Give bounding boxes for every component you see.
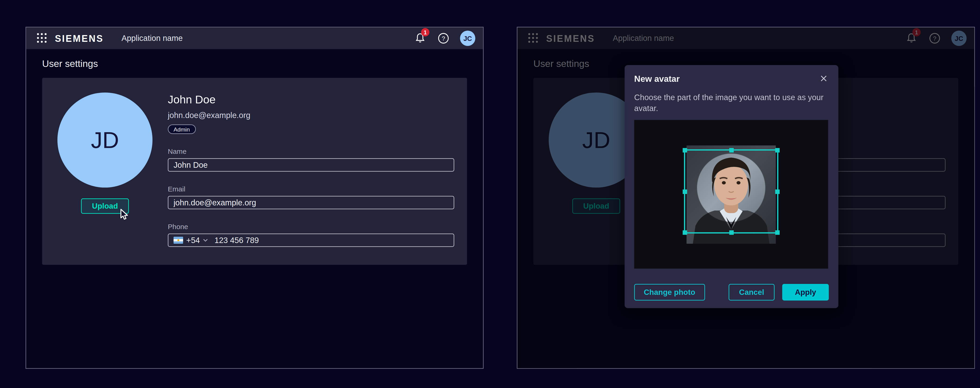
email-label: Email [168, 185, 454, 192]
user-avatar-small[interactable]: JC [460, 31, 476, 46]
resize-handle-bottom-right[interactable] [775, 230, 780, 235]
profile-card: JD Upload John Doe john.doe@example.org … [42, 78, 467, 265]
resize-handle-left[interactable] [682, 189, 687, 194]
phone-input[interactable]: +54 123 456 789 [168, 234, 454, 247]
app-header: SIEMENS Application name 1 ? JC [26, 27, 483, 49]
user-settings-window: SIEMENS Application name 1 ? JC User set… [25, 27, 484, 369]
modal-close-button[interactable] [819, 73, 829, 84]
modal-title: New avatar [634, 74, 819, 83]
avatar-crop-area [634, 120, 828, 269]
application-name: Application name [121, 34, 183, 43]
question-icon: ? [438, 33, 449, 44]
resize-handle-right[interactable] [775, 189, 780, 194]
svg-text:?: ? [442, 35, 445, 42]
profile-name: John Doe [168, 93, 454, 107]
apply-button[interactable]: Apply [782, 284, 829, 301]
siemens-logo: SIEMENS [55, 33, 103, 44]
change-photo-button[interactable]: Change photo [634, 284, 705, 301]
resize-handle-top-right[interactable] [775, 148, 780, 153]
cancel-button[interactable]: Cancel [729, 284, 775, 301]
profile-email: john.doe@example.org [168, 111, 454, 120]
app-launcher-icon[interactable] [37, 33, 47, 43]
user-settings-window-modal-state: SIEMENS Application name 1 ? JC User set… [517, 27, 975, 369]
dial-code[interactable]: +54 [186, 236, 200, 245]
profile-avatar: JD [57, 92, 153, 188]
resize-handle-bottom[interactable] [729, 230, 733, 235]
chevron-down-icon[interactable] [203, 239, 208, 242]
page-title: User settings [42, 58, 467, 69]
upload-button[interactable]: Upload [81, 199, 129, 214]
name-label: Name [168, 147, 454, 155]
close-icon [820, 75, 827, 81]
resize-handle-bottom-left[interactable] [682, 230, 687, 235]
phone-number[interactable]: 123 456 789 [215, 236, 259, 245]
modal-description: Choose the part of the image you want to… [634, 92, 827, 114]
phone-label: Phone [168, 223, 454, 230]
notifications-button[interactable]: 1 [412, 30, 428, 46]
stage: SIEMENS Application name 1 ? JC User set… [0, 0, 980, 388]
resize-handle-top[interactable] [729, 148, 733, 153]
page-content: User settings JD Upload John Doe john.do… [26, 58, 483, 265]
argentina-flag-icon [173, 237, 183, 244]
resize-handle-top-left[interactable] [682, 148, 687, 153]
name-input[interactable] [168, 158, 454, 172]
new-avatar-modal: New avatar Choose the part of the image … [625, 65, 838, 308]
help-button[interactable]: ? [435, 30, 452, 46]
selection-rectangle[interactable] [684, 149, 778, 234]
notification-badge: 1 [421, 28, 430, 37]
role-badge: Admin [168, 124, 196, 134]
email-input[interactable] [168, 196, 454, 209]
